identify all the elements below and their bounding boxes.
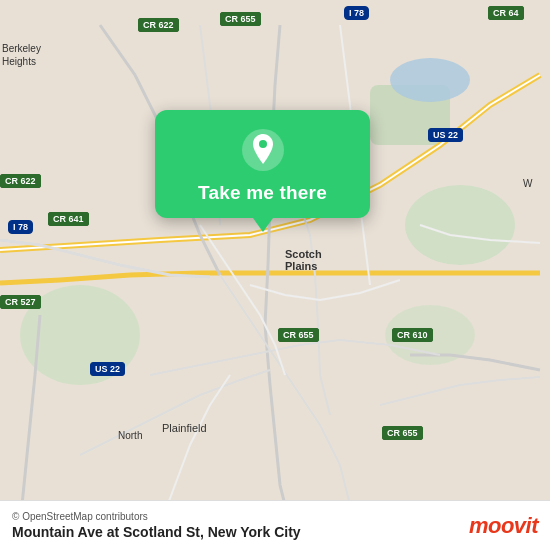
map-container: BerkeleyHeights ScotchPlains North Plain…: [0, 0, 550, 550]
bottom-info: © OpenStreetMap contributors Mountain Av…: [12, 511, 301, 540]
shield-cr641: CR 641: [48, 212, 89, 226]
shield-cr610: CR 610: [392, 328, 433, 342]
svg-point-6: [259, 140, 267, 148]
moovit-logo: moovit: [469, 513, 538, 539]
shield-cr64: CR 64: [488, 6, 524, 20]
osm-attribution: © OpenStreetMap contributors: [12, 511, 301, 522]
bottom-bar: © OpenStreetMap contributors Mountain Av…: [0, 500, 550, 550]
shield-cr655-btm: CR 655: [278, 328, 319, 342]
shield-i78-top: I 78: [344, 6, 369, 20]
take-me-there-button[interactable]: Take me there: [198, 182, 327, 204]
shield-cr655-br: CR 655: [382, 426, 423, 440]
shield-cr622-left: CR 622: [0, 174, 41, 188]
shield-cr655-top: CR 655: [220, 12, 261, 26]
shield-cr622-top: CR 622: [138, 18, 179, 32]
shield-us22-btm: US 22: [90, 362, 125, 376]
take-me-there-popup[interactable]: Take me there: [155, 110, 370, 218]
shield-cr527: CR 527: [0, 295, 41, 309]
shield-us22-right: US 22: [428, 128, 463, 142]
location-pin-icon: [241, 128, 285, 172]
svg-point-4: [390, 58, 470, 102]
map-roads: [0, 0, 550, 550]
shield-i78-left: I 78: [8, 220, 33, 234]
moovit-brand-text: moovit: [469, 513, 538, 539]
location-label: Mountain Ave at Scotland St, New York Ci…: [12, 524, 301, 540]
